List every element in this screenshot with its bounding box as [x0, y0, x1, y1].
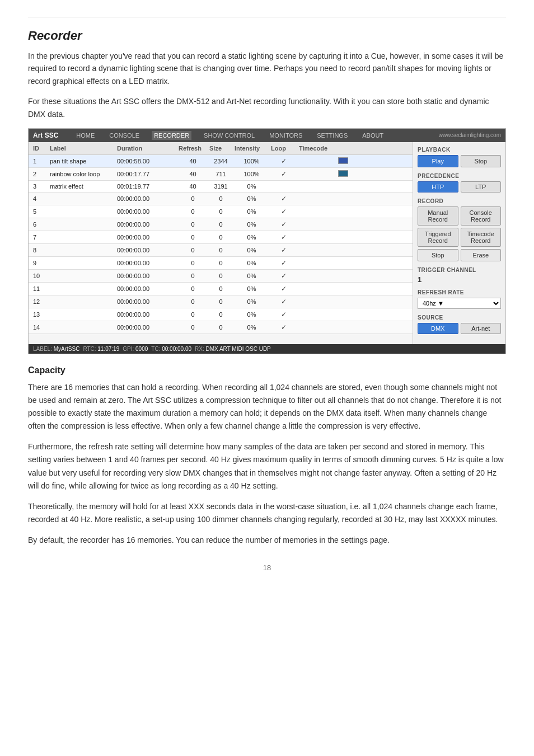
cell-timecode — [298, 186, 337, 187]
cell-label: rainbow color loop — [49, 170, 116, 178]
artnet-source-button[interactable]: Art-net — [461, 323, 502, 334]
capacity-paragraph-3: Theoretically, the memory will hold for … — [28, 500, 506, 526]
col-id: ID — [32, 144, 49, 152]
cell-intensity: 0% — [233, 298, 270, 306]
cell-label — [49, 288, 116, 289]
play-button[interactable]: Play — [418, 155, 458, 167]
cell-label: matrix effect — [49, 182, 116, 190]
trigger-channel-value: 1 — [418, 275, 501, 284]
nav-console[interactable]: CONSOLE — [107, 131, 142, 140]
stop-playback-button[interactable]: Stop — [461, 155, 502, 167]
erase-button[interactable]: Erase — [461, 249, 502, 261]
cell-loop: ✓ — [270, 259, 298, 267]
nav-website: www.seclaimlighting.com — [439, 132, 501, 138]
table-row[interactable]: 700:00:00.00000%✓ — [29, 231, 413, 244]
cell-refresh: 0 — [177, 259, 208, 267]
status-gpi-value: 0000 — [135, 346, 148, 352]
cell-intensity: 0% — [233, 182, 270, 190]
record-row-3: Stop Erase — [418, 249, 501, 261]
cell-size: 0 — [208, 311, 233, 318]
cell-refresh: 0 — [177, 233, 208, 241]
manual-record-button[interactable]: ManualRecord — [418, 206, 458, 226]
table-row[interactable]: 1300:00:00.00000%✓ — [29, 308, 413, 321]
cell-size: 0 — [208, 298, 233, 306]
status-rx-key: RX: DMX ART MIDI OSC UDP — [195, 346, 271, 352]
nav-monitors[interactable]: MONITORS — [267, 131, 305, 140]
playback-title: PLAYBACK — [418, 147, 501, 153]
table-row[interactable]: 1400:00:00.00000%✓ — [29, 321, 413, 334]
nav-settings[interactable]: SETTINGS — [315, 131, 350, 140]
cell-loop: ✓ — [270, 284, 298, 293]
table-row[interactable]: 400:00:00.00000%✓ — [29, 192, 413, 205]
table-row[interactable]: 1100:00:00.00000%✓ — [29, 283, 413, 295]
table-row[interactable]: 800:00:00.00000%✓ — [29, 244, 413, 257]
cell-size: 0 — [208, 195, 233, 203]
cell-label — [49, 211, 116, 212]
cell-id: 11 — [32, 285, 49, 293]
cell-loop: ✓ — [270, 271, 298, 280]
dmx-source-button[interactable]: DMX — [418, 323, 458, 334]
cell-color — [337, 288, 354, 289]
ltp-button[interactable]: LTP — [461, 181, 502, 192]
cell-timecode — [298, 237, 337, 238]
status-rtc-value: 11:07:19 — [97, 346, 119, 352]
cell-color — [337, 157, 354, 166]
source-title: SOURCE — [418, 314, 501, 321]
refresh-rate-select[interactable]: 40hz ▼ 30hz 20hz 10hz 5hz 1hz — [418, 298, 501, 309]
cell-id: 3 — [32, 182, 49, 190]
right-panel: PLAYBACK Play Stop PRECEDENCE HTP LTP — [413, 142, 505, 344]
nav-recorder[interactable]: RECORDER — [152, 131, 191, 140]
refresh-rate-section: REFRESH RATE 40hz ▼ 30hz 20hz 10hz 5hz 1… — [418, 289, 501, 309]
cell-color — [337, 301, 354, 302]
cell-refresh: 0 — [177, 311, 208, 318]
cell-intensity: 0% — [233, 259, 270, 267]
stop-record-button[interactable]: Stop — [418, 249, 458, 261]
refresh-rate-title: REFRESH RATE — [418, 289, 501, 295]
htp-button[interactable]: HTP — [418, 181, 458, 192]
cell-intensity: 0% — [233, 233, 270, 241]
cell-refresh: 0 — [177, 323, 208, 331]
triggered-record-button[interactable]: TriggeredRecord — [418, 228, 458, 247]
table-row[interactable]: 3 matrix effect 00:01:19.77 40 3191 0% — [29, 181, 413, 192]
console-record-button[interactable]: ConsoleRecord — [461, 206, 502, 226]
table-row[interactable]: 600:00:00.00000%✓ — [29, 218, 413, 231]
cell-timecode — [298, 161, 337, 162]
nav-home[interactable]: HOME — [74, 131, 97, 140]
cell-id: 12 — [32, 298, 49, 306]
cell-loop: ✓ — [270, 246, 298, 255]
cell-timecode — [298, 198, 337, 199]
cell-size: 2344 — [208, 157, 233, 165]
cell-refresh: 0 — [177, 246, 208, 254]
cell-id: 14 — [32, 323, 49, 331]
cell-refresh: 40 — [177, 182, 208, 190]
table-row[interactable]: 500:00:00.00000%✓ — [29, 205, 413, 218]
cell-color — [337, 237, 354, 238]
cell-intensity: 100% — [233, 157, 270, 165]
cell-intensity: 0% — [233, 272, 270, 280]
table-row[interactable]: 2 rainbow color loop 00:00:17.77 40 711 … — [29, 168, 413, 181]
table-row[interactable]: 1000:00:00.00000%✓ — [29, 270, 413, 283]
cell-refresh: 0 — [177, 208, 208, 215]
nav-show-control[interactable]: SHOW CONTROL — [202, 131, 257, 140]
cell-loop: ✓ — [270, 323, 298, 332]
status-bar: LABEL: MyArtSSC RTC: 11:07:19 GPI: 0000 … — [29, 344, 505, 354]
cell-label — [49, 198, 116, 199]
nav-bar: Art SSC HOME CONSOLE RECORDER SHOW CONTR… — [29, 129, 505, 142]
cell-color — [337, 275, 354, 276]
cell-refresh: 0 — [177, 272, 208, 280]
status-tc-value: 00:00:00.00 — [162, 346, 191, 352]
cell-intensity: 0% — [233, 220, 270, 228]
table-row[interactable]: 1200:00:00.00000%✓ — [29, 295, 413, 308]
cell-duration: 00:00:58.00 — [116, 157, 177, 165]
intro-paragraph-1: In the previous chapter you've read that… — [28, 50, 506, 87]
cell-color — [337, 211, 354, 212]
cell-timecode — [298, 327, 337, 328]
table-row[interactable]: 900:00:00.00000%✓ — [29, 257, 413, 270]
table-row[interactable]: 1 pan tilt shape 00:00:58.00 40 2344 100… — [29, 155, 413, 168]
status-rx-value: DMX ART MIDI OSC UDP — [205, 346, 270, 352]
cell-size: 0 — [208, 208, 233, 215]
cell-label — [49, 301, 116, 302]
nav-about[interactable]: ABOUT — [360, 131, 386, 140]
timecode-record-button[interactable]: TimecodeRecord — [461, 228, 502, 247]
cell-id: 13 — [32, 311, 49, 318]
